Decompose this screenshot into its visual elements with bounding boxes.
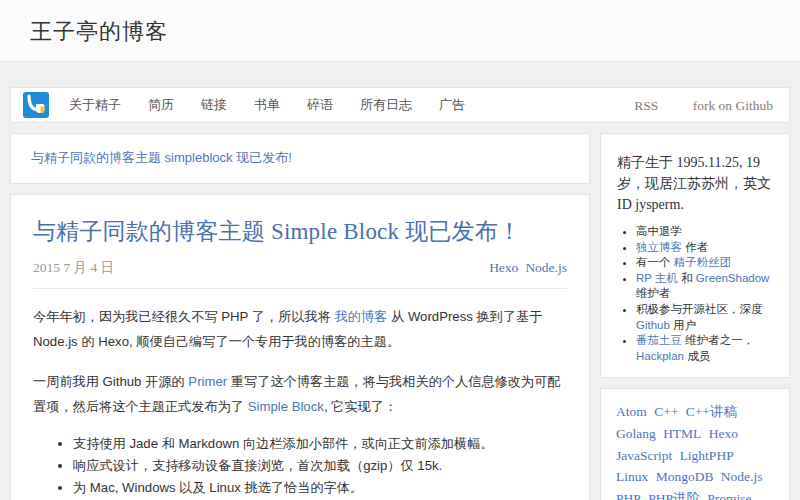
tag-link[interactable]: C++讲稿: [686, 404, 737, 419]
nav-link[interactable]: 书单: [254, 96, 280, 114]
tag-link[interactable]: Linux: [616, 469, 648, 484]
announcement-link[interactable]: 与精子同款的博客主题 simpleblock 现已发布!: [31, 150, 292, 165]
inline-link[interactable]: 我的博客: [335, 309, 388, 324]
inline-link[interactable]: GreenShadow: [696, 272, 770, 284]
about-widget: 精子生于 1995.11.25, 19 岁，现居江苏苏州，英文 ID jyspe…: [600, 133, 790, 378]
feature-list: 支持使用 Jade 和 Markdown 向边栏添加小部件，或向正文前添加横幅。…: [33, 434, 567, 500]
rss-link[interactable]: RSS: [634, 98, 658, 113]
tag-cloud-widget: Atom C++ C++讲稿 Golang HTML Hexo JavaScri…: [600, 388, 790, 500]
text-segment: 维护者: [636, 287, 671, 299]
text-segment: 一周前我用 Github 开源的: [33, 374, 188, 389]
post-tag-link[interactable]: Node.js: [525, 260, 567, 275]
about-intro: 精子生于 1995.11.25, 19 岁，现居江苏苏州，英文 ID jyspe…: [617, 152, 773, 215]
post-date: 2015 7 月 4 日: [33, 259, 114, 277]
fork-on-github-link[interactable]: fork on Github: [693, 98, 773, 113]
tag-link[interactable]: HTML: [663, 426, 701, 441]
navbar: 关于精子简历链接书单碎语所有日志广告 RSS fork on Github: [10, 87, 790, 123]
nav-link[interactable]: 简历: [148, 96, 174, 114]
tag-link[interactable]: MongoDB: [656, 469, 714, 484]
pipe-logo-icon: [23, 92, 49, 118]
about-item: 番茄土豆 维护者之一，Hackplan 成员: [636, 333, 773, 364]
inline-link[interactable]: Hackplan: [636, 350, 684, 362]
about-item: 积极参与开源社区，深度 Github 用户: [636, 302, 773, 333]
inline-link[interactable]: 独立博客: [636, 241, 682, 253]
tag-link[interactable]: Hexo: [709, 426, 738, 441]
text-segment: 高中退学: [636, 225, 682, 237]
content-layout: 与精子同款的博客主题 simpleblock 现已发布! 与精子同款的博客主题 …: [10, 133, 790, 500]
text-segment: 和: [678, 272, 696, 284]
post-tag-link[interactable]: Hexo: [489, 260, 518, 275]
nav-link[interactable]: 碎语: [307, 96, 333, 114]
text-segment: 今年年初，因为我已经很久不写 PHP 了，所以我将: [33, 309, 335, 324]
primary-nav: 关于精子简历链接书单碎语所有日志广告: [69, 96, 492, 114]
tag-link[interactable]: Node.js: [721, 469, 763, 484]
text-segment: 支持使用 Jade 和 Markdown 向边栏添加小部件，或向正文前添加横幅。: [73, 436, 494, 451]
tag-link[interactable]: Golang: [616, 426, 656, 441]
post-paragraph: 一周前我用 Github 开源的 Primer 重写了这个博客主题，将与我相关的…: [33, 369, 567, 419]
home-logo-button[interactable]: [23, 92, 49, 118]
nav-link[interactable]: 所有日志: [360, 96, 412, 114]
inline-link[interactable]: RP 主机: [636, 272, 678, 284]
text-segment: 为 Mac, Windows 以及 Linux 挑选了恰当的字体。: [73, 480, 363, 495]
site-header: 王子亭的博客: [0, 0, 800, 62]
inline-link[interactable]: 精子粉丝团: [674, 256, 732, 268]
inline-link[interactable]: Primer: [188, 374, 227, 389]
inline-link[interactable]: Simple Block: [248, 399, 324, 414]
nav-link[interactable]: 关于精子: [69, 96, 121, 114]
text-segment: 用户: [670, 319, 696, 331]
about-item: 有一个 精子粉丝团: [636, 255, 773, 271]
text-segment: 成员: [684, 350, 710, 362]
tag-link[interactable]: Promise: [707, 491, 751, 500]
feature-item: 为 Mac, Windows 以及 Linux 挑选了恰当的字体。: [73, 478, 567, 498]
text-segment: 积极参与开源社区，深度: [636, 303, 763, 315]
tag-link[interactable]: Atom: [616, 404, 647, 419]
post-paragraph: 今年年初，因为我已经很久不写 PHP 了，所以我将 我的博客 从 WordPre…: [33, 304, 567, 354]
feature-item: 响应式设计，支持移动设备直接浏览，首次加载（gzip）仅 15k.: [73, 456, 567, 476]
tag-link[interactable]: LightPHP: [680, 448, 734, 463]
post-card: 与精子同款的博客主题 Simple Block 现已发布！ 2015 7 月 4…: [10, 194, 590, 500]
post-tags: HexoNode.js: [482, 260, 567, 276]
text-segment: 有一个: [636, 256, 674, 268]
nav-meta: RSS fork on Github: [604, 96, 773, 114]
post-meta-row: 2015 7 月 4 日 HexoNode.js: [33, 259, 567, 289]
inline-link[interactable]: Github: [636, 319, 670, 331]
tag-link[interactable]: C++: [654, 404, 678, 419]
feature-item: 支持使用 Jade 和 Markdown 向边栏添加小部件，或向正文前添加横幅。: [73, 434, 567, 454]
text-segment: 维护者之一，: [682, 334, 754, 346]
text-segment: , 它实现了：: [324, 399, 397, 414]
nav-link[interactable]: 广告: [439, 96, 465, 114]
nav-link[interactable]: 链接: [201, 96, 227, 114]
site-title-link[interactable]: 王子亭的博客: [30, 17, 168, 47]
about-item: RP 主机 和 GreenShadow 维护者: [636, 271, 773, 302]
inline-link[interactable]: 番茄土豆: [636, 334, 682, 346]
about-item: 独立博客 作者: [636, 240, 773, 256]
blog-page: 王子亭的博客 关于精子简历链接书单碎语所有日志广告 RSS fork on Gi…: [0, 0, 800, 500]
text-segment: 作者: [682, 241, 708, 253]
main-column: 与精子同款的博客主题 simpleblock 现已发布! 与精子同款的博客主题 …: [10, 133, 590, 500]
text-segment: 响应式设计，支持移动设备直接浏览，首次加载（gzip）仅 15k.: [73, 458, 442, 473]
about-item: 高中退学: [636, 224, 773, 240]
post-title[interactable]: 与精子同款的博客主题 Simple Block 现已发布！: [33, 216, 567, 247]
tag-link[interactable]: PHP进阶: [648, 491, 700, 500]
tag-link[interactable]: PHP: [616, 491, 641, 500]
about-list: 高中退学 独立博客 作者 有一个 精子粉丝团 RP 主机 和 GreenShad…: [617, 224, 773, 364]
tag-link[interactable]: JavaScript: [616, 448, 672, 463]
announcement-banner: 与精子同款的博客主题 simpleblock 现已发布!: [10, 133, 590, 184]
sidebar: 精子生于 1995.11.25, 19 岁，现居江苏苏州，英文 ID jyspe…: [600, 133, 790, 500]
